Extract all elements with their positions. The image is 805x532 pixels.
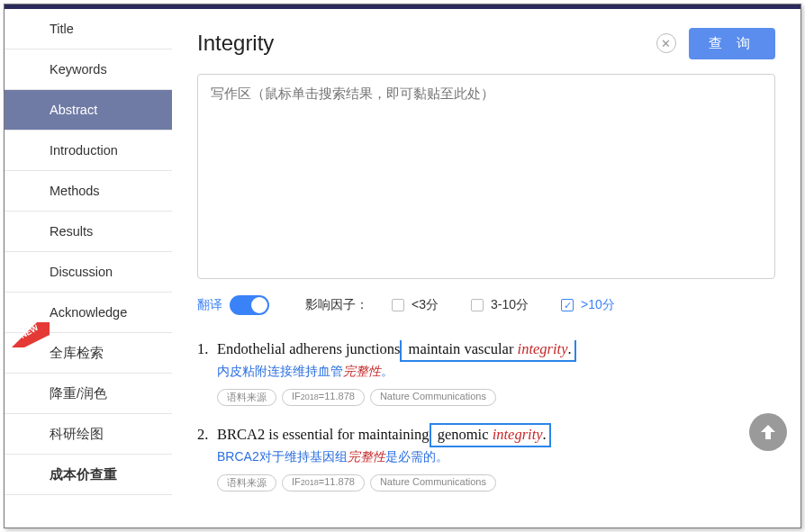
result-translation: BRCA2对于维持基因组完整性是必需的。 <box>217 449 775 465</box>
result-translation: 内皮粘附连接维持血管完整性。 <box>217 364 775 380</box>
sidebar-item-fullsearch[interactable]: NEW 全库检索 <box>5 333 172 374</box>
filter-3to10[interactable]: 3-10分 <box>471 297 529 313</box>
clear-icon[interactable]: ✕ <box>656 33 676 53</box>
result-sentence[interactable]: Endothelial adherens junctions maintain … <box>217 340 576 358</box>
sidebar-item-plot[interactable]: 科研绘图 <box>5 414 172 455</box>
results-list: 1. Endothelial adherens junctions mainta… <box>197 340 775 511</box>
new-badge-icon: NEW <box>12 322 50 347</box>
tag-journal[interactable]: Nature Communications <box>370 474 496 491</box>
highlight-box: genomic integrity. <box>430 423 551 447</box>
tag-source[interactable]: 语料来源 <box>217 389 276 406</box>
sidebar: Title Keywords Abstract Introduction Met… <box>5 9 172 527</box>
result-tags: 语料来源 IF2018=11.878 Nature Communications <box>217 474 775 491</box>
sidebar-item-introduction[interactable]: Introduction <box>5 131 172 171</box>
sidebar-item-dedup[interactable]: 降重/润色 <box>5 374 172 414</box>
search-input[interactable] <box>197 27 656 59</box>
translate-toggle[interactable] <box>230 295 269 315</box>
filter-row: 翻译 影响因子： <3分 3-10分 >10分 <box>197 295 775 315</box>
query-button[interactable]: 查 询 <box>689 28 775 59</box>
result-number: 2. <box>197 426 217 444</box>
result-item: 1. Endothelial adherens junctions mainta… <box>197 340 775 406</box>
result-sentence[interactable]: BRCA2 is essential for maintaining genom… <box>217 426 551 444</box>
tag-if[interactable]: IF2018=11.878 <box>282 474 365 491</box>
impact-factor-label: 影响因子： <box>305 297 368 313</box>
sidebar-item-title[interactable]: Title <box>5 9 172 50</box>
filter-lt3[interactable]: <3分 <box>392 297 439 313</box>
tag-if[interactable]: IF2018=11.878 <box>282 389 365 406</box>
writing-textarea[interactable] <box>197 74 775 279</box>
sidebar-item-keywords[interactable]: Keywords <box>5 50 172 90</box>
highlight-box: maintain vascular integrity. <box>400 340 575 362</box>
tag-journal[interactable]: Nature Communications <box>370 389 496 406</box>
sidebar-item-abstract[interactable]: Abstract <box>5 90 172 131</box>
main-panel: ✕ 查 询 翻译 影响因子： <3分 3-10分 >10分 1. Endothe… <box>172 9 800 527</box>
sidebar-item-results[interactable]: Results <box>5 212 172 252</box>
translate-label: 翻译 <box>197 297 222 313</box>
result-number: 1. <box>197 340 217 358</box>
sidebar-item-costcheck[interactable]: 成本价查重 <box>5 455 172 495</box>
tag-source[interactable]: 语料来源 <box>217 474 276 491</box>
search-row: ✕ 查 询 <box>197 27 775 59</box>
sidebar-item-discussion[interactable]: Discussion <box>5 252 172 293</box>
arrow-up-icon <box>757 421 779 443</box>
filter-gt10[interactable]: >10分 <box>561 297 615 313</box>
sidebar-item-methods[interactable]: Methods <box>5 171 172 212</box>
result-tags: 语料来源 IF2018=11.878 Nature Communications <box>217 389 775 406</box>
result-item: 2. BRCA2 is essential for maintaining ge… <box>197 426 775 491</box>
scroll-top-button[interactable] <box>749 413 787 451</box>
